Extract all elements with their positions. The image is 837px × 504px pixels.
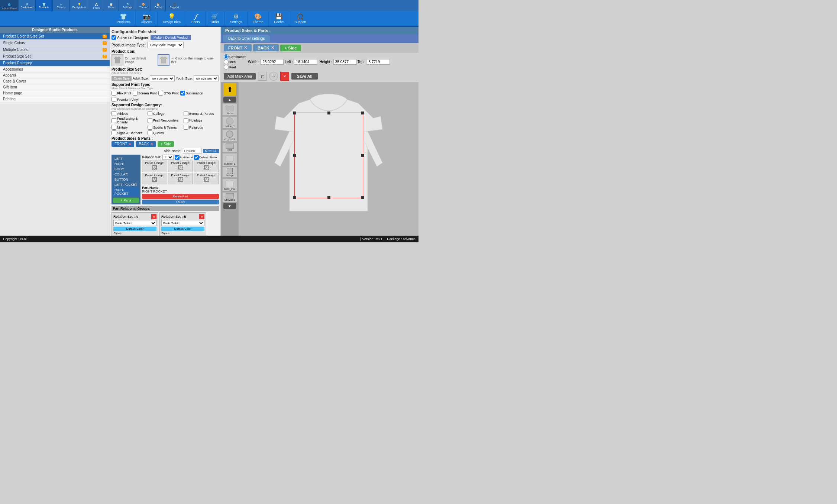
height-input[interactable] xyxy=(333,59,356,65)
rtnav-fonts[interactable]: 𝑓 Fonts xyxy=(186,11,206,26)
canvas-tab-front[interactable]: FRONT ✕ xyxy=(224,44,252,51)
left-input[interactable] xyxy=(294,59,317,65)
premium-vinyl-option[interactable]: Premium Vinyl xyxy=(112,97,139,102)
add-parts-button[interactable]: + Parts xyxy=(113,198,139,203)
thumb-back[interactable]: back- xyxy=(222,103,237,116)
upload-button[interactable]: ⬆ xyxy=(223,83,236,96)
active-on-designer-checkbox[interactable] xyxy=(112,35,116,40)
part-item-right[interactable]: RIGHT xyxy=(113,161,139,167)
flex-print-option[interactable]: Flex Print xyxy=(112,91,131,96)
nav-item-dashboard[interactable]: ⊞ Dashboard xyxy=(19,0,36,11)
arrow-down-button[interactable]: ▼ xyxy=(223,203,236,209)
feet-radio[interactable]: Feet xyxy=(224,65,246,70)
relation-a-close[interactable]: ✕ xyxy=(151,214,156,219)
handle-tr[interactable] xyxy=(361,112,364,114)
make-default-button[interactable]: Make it Default Product xyxy=(151,35,191,40)
menu-accessories[interactable]: Accessories xyxy=(0,67,110,72)
design-selection-box[interactable] xyxy=(294,113,363,198)
open-size-button[interactable]: Open Size xyxy=(112,76,132,81)
nav-item-cliparts[interactable]: ✂ Cliparts xyxy=(53,0,70,11)
menu-gift-item[interactable]: Gift Item xyxy=(0,84,110,90)
part-item-left[interactable]: LEFT xyxy=(113,156,139,161)
move-up-button[interactable]: ↑ Move xyxy=(142,200,219,204)
top-input[interactable] xyxy=(367,59,390,65)
canvas-tab-add[interactable]: + Side xyxy=(280,45,301,51)
handle-tc[interactable] xyxy=(327,112,330,114)
front-x-icon[interactable]: ✕ xyxy=(128,142,131,146)
side-name-input[interactable] xyxy=(183,148,201,154)
part-item-collar[interactable]: COLLAR xyxy=(113,172,139,177)
centimeter-radio[interactable]: Centimeter xyxy=(224,54,246,59)
religious-option[interactable]: Religious xyxy=(184,125,219,130)
thumb-cd-cover[interactable]: cd_cover xyxy=(222,129,237,142)
thumb-showcase[interactable]: Showces xyxy=(222,192,237,202)
menu-home-page[interactable]: Home page xyxy=(0,90,110,96)
rtnav-theme[interactable]: 🎨 Theme xyxy=(248,11,269,26)
rtnav-order[interactable]: 🛒 Order xyxy=(206,11,225,26)
menu-case-cover[interactable]: Case & Cover xyxy=(0,78,110,84)
adult-size-select[interactable]: No Size Set xyxy=(150,75,175,81)
width-input[interactable] xyxy=(261,59,284,65)
canvas-front-x-icon[interactable]: ✕ xyxy=(244,45,247,50)
thumb-rect[interactable]: rect xyxy=(222,142,237,152)
rtnav-cache[interactable]: 💾 Cache xyxy=(269,11,289,26)
dtg-print-option[interactable]: DTG Print xyxy=(158,91,179,96)
rtnav-design-idea[interactable]: 💡 Design Idea xyxy=(158,11,186,26)
thumb-button[interactable]: button_1 xyxy=(222,116,237,129)
inch-radio[interactable]: Inch xyxy=(224,59,246,64)
part-item-left-pocket[interactable]: LEFT POCKET xyxy=(113,182,139,187)
part-item-button[interactable]: BUTTON xyxy=(113,177,139,182)
nav-item-fonts[interactable]: A Fonts xyxy=(89,0,104,11)
save-all-button[interactable]: Save All xyxy=(291,73,317,80)
additional-checkbox[interactable]: Additional xyxy=(175,155,193,160)
arrow-up-button[interactable]: ▲ xyxy=(223,97,236,103)
part-item-body[interactable]: BODY xyxy=(113,167,139,172)
add-side-tab-inner[interactable]: + Side xyxy=(158,141,174,147)
relation-b-close[interactable]: ✕ xyxy=(199,214,204,219)
canvas-tab-back[interactable]: BACK ✕ xyxy=(253,44,279,51)
relation-a-select[interactable]: Basic T-shirt xyxy=(113,220,156,226)
icon-btn-square1[interactable]: ▢ xyxy=(258,72,267,81)
holidays-option[interactable]: Holidays xyxy=(184,117,219,124)
canvas-back-x-icon[interactable]: ✕ xyxy=(271,45,274,50)
image-type-select[interactable]: GrayScale image xyxy=(147,42,184,48)
icon-btn-delete[interactable]: ✕ xyxy=(280,72,289,81)
quotes-option[interactable]: Quotes xyxy=(148,130,183,135)
screen-print-option[interactable]: Screen Print xyxy=(133,91,157,96)
sublimation-option[interactable]: Sublimation xyxy=(180,91,203,96)
back-tab-inner[interactable]: BACK ✕ xyxy=(136,141,156,147)
default-shirt-icon[interactable] xyxy=(158,54,169,66)
relation-set-select[interactable]: #ABCD xyxy=(162,155,174,160)
icon-btn-circle[interactable]: ○ xyxy=(269,72,278,81)
default-show-checkbox[interactable]: Default Show xyxy=(194,155,217,160)
handle-bc[interactable] xyxy=(327,196,330,199)
nav-item-design-idea[interactable]: 💡 Design Idea xyxy=(70,0,89,11)
rtnav-settings[interactable]: ⚙ Settings xyxy=(225,11,248,26)
youth-size-select[interactable]: No Size Set xyxy=(194,75,219,81)
nav-item-cache[interactable]: 💾 Cache xyxy=(151,0,166,11)
sports-teams-option[interactable]: Sports & Teams xyxy=(148,125,183,130)
nav-item-products[interactable]: 👕 Products xyxy=(36,0,53,11)
back-to-settings-button[interactable]: Back to Other settings xyxy=(223,35,270,42)
rtnav-support[interactable]: 🎧 Support xyxy=(289,11,311,26)
menu-apparel[interactable]: Apparel xyxy=(0,72,110,78)
relation-b-select[interactable]: Basic T-shirt xyxy=(161,220,204,226)
sidebar-item-single-colors[interactable]: Single Colors ? xyxy=(0,40,110,46)
college-option[interactable]: College xyxy=(148,111,183,116)
athletic-option[interactable]: Athletic xyxy=(112,111,147,116)
first-responders-option[interactable]: First Responders xyxy=(148,117,183,124)
fundraising-option[interactable]: Fundraising & Charity xyxy=(112,117,147,124)
nav-item-settings[interactable]: ⚙ Settings xyxy=(119,0,136,11)
handle-ml[interactable] xyxy=(293,154,296,157)
handle-bl[interactable] xyxy=(293,196,296,199)
nav-item-support[interactable]: 🎧 Support xyxy=(166,0,183,11)
nav-item-order[interactable]: 📋 Order xyxy=(104,0,119,11)
handle-mr[interactable] xyxy=(361,154,364,157)
nav-item-theme[interactable]: 🎨 Theme xyxy=(136,0,151,11)
handle-tl[interactable] xyxy=(293,112,296,114)
rtnav-cliparts[interactable]: 📷 Cliparts xyxy=(136,11,158,26)
handle-br[interactable] xyxy=(361,196,364,199)
thumb-back-main[interactable]: back_mai xyxy=(222,178,237,191)
events-option[interactable]: Events & Parties xyxy=(184,111,219,116)
rtnav-products[interactable]: 👕 Products xyxy=(112,11,136,26)
